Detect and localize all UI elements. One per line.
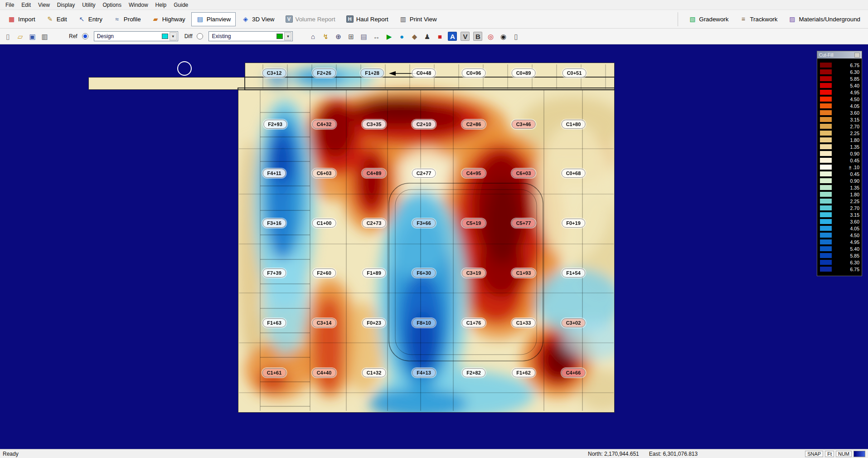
station-label[interactable]: C4+40 [312, 368, 336, 377]
station-label[interactable]: C5+19 [462, 219, 486, 228]
station-label[interactable]: C0+48 [412, 68, 436, 78]
toolbar-button-print-view[interactable]: ▥Print View [394, 12, 442, 26]
station-label[interactable]: F1+89 [362, 268, 386, 278]
station-label[interactable]: F2+60 [312, 268, 336, 278]
station-label[interactable]: C0+51 [563, 68, 587, 78]
menu-window[interactable]: Window [125, 0, 152, 10]
station-label[interactable]: C1+76 [462, 318, 486, 327]
station-label[interactable]: C6+03 [312, 169, 336, 178]
toolbar-button-gradework[interactable]: ▧Gradework [684, 12, 733, 26]
station-label[interactable]: C3+02 [562, 318, 586, 327]
station-label[interactable]: C3+19 [462, 268, 486, 278]
station-label[interactable]: C2+86 [462, 120, 486, 129]
grid-icon[interactable]: ⊞ [346, 32, 355, 41]
station-label[interactable]: C2+73 [362, 219, 386, 228]
station-label[interactable]: C0+89 [512, 68, 536, 78]
station-label[interactable]: C1+33 [512, 318, 536, 327]
station-label[interactable]: F1+62 [512, 368, 535, 377]
station-label[interactable]: C1+32 [362, 368, 386, 377]
station-label[interactable]: C3+12 [262, 68, 286, 78]
station-label[interactable]: F8+10 [412, 318, 436, 327]
station-label[interactable]: C1+00 [312, 219, 336, 228]
station-label[interactable]: F3+16 [262, 219, 286, 228]
menu-edit[interactable]: Edit [18, 0, 34, 10]
menu-file[interactable]: File [2, 0, 18, 10]
label-v-icon[interactable]: V [461, 32, 470, 41]
station-label[interactable]: F3+66 [412, 219, 436, 228]
toolbar-button-edit[interactable]: ✎Edit [41, 12, 72, 26]
station-label[interactable]: C3+46 [512, 120, 536, 129]
print-icon[interactable]: ▥ [40, 32, 49, 41]
label-b-icon[interactable]: B [473, 32, 482, 41]
tools-icon[interactable]: ◆ [410, 32, 419, 41]
station-label[interactable]: C0+68 [562, 169, 586, 178]
save-icon[interactable]: ▣ [28, 32, 37, 41]
station-label[interactable]: C4+66 [562, 368, 586, 377]
toolbar-button-import[interactable]: ▦Import [3, 12, 40, 26]
station-label[interactable]: F2+82 [462, 368, 485, 377]
toolbar-button-materials-underground[interactable]: ▨Materials/Underground [783, 12, 865, 26]
new-file-icon[interactable]: ▯ [4, 32, 12, 41]
station-label[interactable]: F0+19 [562, 219, 585, 228]
station-label[interactable]: C3+35 [362, 120, 386, 129]
open-folder-icon[interactable]: ▱ [16, 32, 24, 41]
diff-radio[interactable] [197, 33, 203, 39]
station-label[interactable]: F4+11 [263, 169, 286, 178]
station-label[interactable]: C3+14 [312, 318, 336, 327]
menu-options[interactable]: Options [99, 0, 125, 10]
legend-close-button[interactable] [854, 53, 860, 58]
units-indicator[interactable]: Ft [825, 451, 834, 457]
runner-icon[interactable]: ♟ [422, 32, 432, 41]
station-label[interactable]: F6+30 [412, 268, 436, 278]
menu-utility[interactable]: Utility [78, 0, 99, 10]
menu-help[interactable]: Help [152, 0, 170, 10]
menu-guide[interactable]: Guide [170, 0, 192, 10]
station-label[interactable]: F0+23 [362, 318, 386, 327]
copy-icon[interactable]: ▤ [359, 32, 368, 41]
flash-icon[interactable]: ↯ [321, 32, 330, 41]
toolbar-button-volume-report[interactable]: VVolume Report [281, 12, 340, 26]
droplet-icon[interactable]: ● [397, 32, 406, 41]
target-icon[interactable]: ◎ [486, 32, 495, 41]
station-label[interactable]: F7+39 [262, 268, 286, 278]
station-label[interactable]: C1+93 [512, 268, 536, 278]
map-canvas[interactable]: C3+12F2+26F1+28C0+48C0+96C0+89C0+51F2+93… [0, 44, 868, 449]
measure-icon[interactable]: ↔ [372, 32, 381, 41]
station-label[interactable]: F4+13 [412, 368, 436, 377]
station-label[interactable]: C4+89 [362, 169, 386, 178]
station-label[interactable]: C4+32 [312, 120, 336, 129]
camera-icon[interactable]: ◉ [499, 32, 508, 41]
snap-indicator[interactable]: SNAP [805, 451, 823, 457]
toolbar-button-planview[interactable]: ▤Planview [191, 12, 236, 26]
legend-titlebar[interactable]: Cut-Fill [817, 51, 862, 58]
notes-icon[interactable]: ▯ [511, 32, 520, 41]
play-icon[interactable]: ▶ [384, 32, 393, 41]
station-label[interactable]: C0+96 [462, 68, 486, 78]
station-label[interactable]: C1+80 [562, 120, 586, 129]
chevron-down-icon[interactable]: ▼ [284, 32, 291, 40]
ref-radio[interactable] [82, 33, 88, 39]
station-label[interactable]: F2+93 [263, 120, 287, 129]
station-label[interactable]: C2+77 [412, 169, 436, 178]
station-label[interactable]: C1+61 [262, 368, 286, 377]
toolbar-button-3d-view[interactable]: ◈3D View [237, 12, 279, 26]
station-label[interactable]: C4+95 [462, 169, 486, 178]
station-label[interactable]: F1+28 [360, 68, 384, 78]
toolbar-button-entry[interactable]: ↖Entry [73, 12, 107, 26]
station-label[interactable]: C2+10 [412, 120, 436, 129]
chevron-down-icon[interactable]: ▼ [170, 32, 177, 40]
toolbar-button-trackwork[interactable]: ≡Trackwork [734, 12, 782, 26]
station-label[interactable]: F1+63 [262, 318, 286, 327]
station-label[interactable]: C5+77 [512, 219, 536, 228]
home-icon[interactable]: ⌂ [308, 32, 317, 41]
menu-view[interactable]: View [34, 0, 53, 10]
toolbar-button-haul-report[interactable]: HHaul Report [341, 12, 393, 26]
station-label[interactable]: C6+03 [512, 169, 536, 178]
menu-display[interactable]: Display [53, 0, 78, 10]
stop-icon[interactable]: ■ [435, 32, 444, 41]
station-label[interactable]: F2+26 [312, 68, 336, 78]
zoom-icon[interactable]: ⊕ [334, 32, 343, 41]
label-a-icon[interactable]: A [448, 32, 457, 41]
station-label[interactable]: F1+54 [562, 268, 585, 278]
toolbar-button-profile[interactable]: ≈Profile [108, 12, 146, 26]
